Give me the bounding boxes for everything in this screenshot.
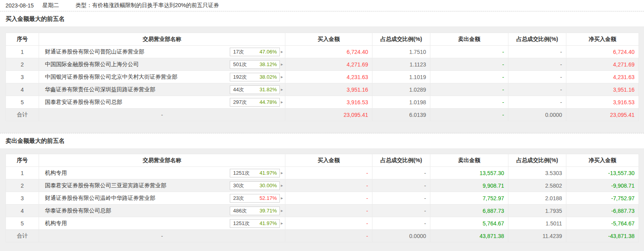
success-rate: 44.78%: [259, 99, 277, 105]
net-amount-cell: 4,231.63: [566, 71, 639, 83]
table-row: 4 华鑫证券有限责任公司深圳益田路证券营业部 44次 31.82% ▸ 3,95…: [6, 83, 639, 96]
badge-box: 44次 31.82%: [230, 85, 280, 94]
trade-count-badge[interactable]: 192次 38.02% ▸: [230, 73, 283, 81]
sell-amount-cell: -: [430, 58, 508, 71]
rank-cell: 5: [6, 217, 39, 230]
success-rate: 41.97%: [259, 170, 277, 176]
appearance-count: 501次: [233, 61, 247, 68]
date-info-bar: 2023-08-15 星期二 类型：有价格涨跌幅限制的日换手率达到20%的前五只…: [0, 0, 644, 11]
col-header-rank: 序号: [6, 154, 39, 167]
trade-count-badge[interactable]: 17次 47.06% ▸: [230, 48, 283, 56]
trade-count-badge[interactable]: 1251次 41.97% ▸: [230, 219, 283, 228]
buy-amount-cell: -: [285, 205, 372, 217]
buy-section: 买入金额最大的前五名 序号 交易营业部名称 买入金额 占总成交比例(%) 卖出金…: [0, 11, 644, 133]
table-row: 3 中国银河证券股份有限公司北京中关村大街证券营业部 192次 38.02% ▸…: [6, 71, 639, 83]
chevron-right-icon: ▸: [281, 183, 283, 188]
table-row: 2 国泰君安证券股份有限公司三亚迎宾路证券营业部 30次 30.00% ▸ - …: [6, 179, 639, 192]
buy-ratio-cell: -: [372, 217, 430, 230]
table-row: 5 国泰君安证券股份有限公司总部 297次 44.78% ▸ 3,916.53 …: [6, 96, 639, 109]
badge-box: 501次 38.12%: [230, 60, 280, 69]
buy-ratio-cell: -: [372, 205, 430, 217]
net-amount-cell: -6,887.73: [566, 205, 639, 217]
sell-amount-cell: 6,887.73: [430, 205, 508, 217]
sell-amount-cell: -: [430, 71, 508, 83]
success-rate: 38.02%: [259, 74, 277, 80]
total-label: 合计: [6, 109, 39, 121]
branch-name: 华泰证券股份有限公司总部: [39, 207, 111, 214]
list-type-label: 类型：有价格涨跌幅限制的日换手率达到20%的前五只证券: [76, 2, 219, 9]
sell-amount-cell: 7,752.97: [430, 192, 508, 205]
buy-ratio-cell: 1.7510: [372, 46, 430, 58]
net-amount-cell: 3,951.16: [566, 83, 639, 96]
col-header-buy-ratio: 占总成交比例(%): [372, 154, 430, 167]
chevron-right-icon: ▸: [281, 50, 283, 54]
col-header-sell-amount: 卖出金额: [430, 154, 508, 167]
branch-name: 财通证券股份有限公司温岭中华路证券营业部: [39, 195, 155, 201]
net-amount-cell: -9,908.71: [566, 179, 639, 192]
trade-count-badge[interactable]: 30次 30.00% ▸: [230, 181, 283, 190]
total-sell-ratio: 11.4239: [508, 230, 566, 242]
total-buy-ratio: 0.0000: [372, 230, 430, 242]
total-row: 合计 - 23,095.41 6.0139 - 0.0000 23,095.41: [6, 109, 639, 121]
branch-name: 国泰君安证券股份有限公司三亚迎宾路证券营业部: [39, 182, 166, 188]
badge-box: 30次 30.00%: [230, 181, 280, 190]
sell-ratio-cell: -: [508, 58, 566, 71]
appearance-count: 17次: [233, 48, 244, 55]
buy-amount-cell: 4,231.63: [285, 71, 372, 83]
table-row: 2 中国国际金融股份有限公司上海分公司 501次 38.12% ▸ 4,271.…: [6, 58, 639, 71]
col-header-buy-amount: 买入金额: [285, 154, 372, 167]
buy-amount-cell: 3,916.53: [285, 96, 372, 109]
branch-name: 机构专用: [39, 170, 67, 176]
trade-count-badge[interactable]: 501次 38.12% ▸: [230, 60, 283, 69]
badge-box: 17次 47.06%: [230, 48, 280, 56]
net-amount-cell: -7,752.97: [566, 192, 639, 205]
appearance-count: 30次: [233, 182, 244, 189]
table-row: 5 机构专用 1251次 41.97% ▸ - - 5,764.67 1.501…: [6, 217, 639, 230]
sell-amount-cell: 13,557.30: [430, 167, 508, 179]
total-buy-amount: -: [285, 230, 372, 242]
sell-section-title: 卖出金额最大的前五名: [0, 133, 644, 148]
appearance-count: 297次: [233, 99, 247, 106]
appearance-count: 44次: [233, 86, 244, 93]
col-header-sell-amount: 卖出金额: [430, 33, 508, 46]
success-rate: 38.12%: [259, 61, 277, 67]
sell-amount-cell: -: [430, 96, 508, 109]
rank-cell: 2: [6, 179, 39, 192]
total-sell-ratio: 0.0000: [508, 109, 566, 121]
success-rate: 30.00%: [259, 183, 277, 188]
rank-cell: 2: [6, 58, 39, 71]
net-amount-cell: 4,271.69: [566, 58, 639, 71]
buy-ratio-cell: 1.1019: [372, 71, 430, 83]
trade-count-badge[interactable]: 297次 44.78% ▸: [230, 98, 283, 107]
chevron-right-icon: ▸: [281, 62, 283, 66]
trade-count-badge[interactable]: 486次 39.71% ▸: [230, 207, 283, 215]
branch-cell: 华泰证券股份有限公司总部 486次 39.71% ▸: [39, 205, 285, 217]
branch-cell: 中国国际金融股份有限公司上海分公司 501次 38.12% ▸: [39, 58, 285, 71]
net-amount-cell: 3,916.53: [566, 96, 639, 109]
buy-amount-cell: 3,951.16: [285, 83, 372, 96]
trade-count-badge[interactable]: 1251次 41.97% ▸: [230, 169, 283, 177]
buy-section-title: 买入金额最大的前五名: [0, 11, 644, 26]
success-rate: 41.97%: [259, 220, 277, 226]
chevron-right-icon: ▸: [281, 100, 283, 104]
buy-amount-cell: -: [285, 192, 372, 205]
buy-amount-cell: 6,724.40: [285, 46, 372, 58]
total-buy-amount: 23,095.41: [285, 109, 372, 121]
appearance-count: 1251次: [233, 220, 249, 227]
branch-cell: 机构专用 1251次 41.97% ▸: [39, 217, 285, 230]
rank-cell: 1: [6, 167, 39, 179]
buy-ratio-cell: -: [372, 192, 430, 205]
branch-cell: 国泰君安证券股份有限公司总部 297次 44.78% ▸: [39, 96, 285, 109]
appearance-count: 192次: [233, 74, 247, 81]
table-row: 1 机构专用 1251次 41.97% ▸ - - 13,557.30 3.53…: [6, 167, 639, 179]
trade-count-badge[interactable]: 23次 52.17% ▸: [230, 194, 283, 203]
total-row: 合计 - - 0.0000 43,871.38 11.4239 -43,871.…: [6, 230, 639, 242]
table-row: 1 财通证券股份有限公司普陀山证券营业部 17次 47.06% ▸ 6,724.…: [6, 46, 639, 58]
branch-cell: 中国银河证券股份有限公司北京中关村大街证券营业部 192次 38.02% ▸: [39, 71, 285, 83]
rank-cell: 5: [6, 96, 39, 109]
badge-box: 297次 44.78%: [230, 98, 280, 107]
trade-count-badge[interactable]: 44次 31.82% ▸: [230, 85, 283, 94]
buy-amount-cell: 4,271.69: [285, 58, 372, 71]
total-sell-amount: 43,871.38: [430, 230, 508, 242]
success-rate: 31.82%: [259, 87, 277, 92]
